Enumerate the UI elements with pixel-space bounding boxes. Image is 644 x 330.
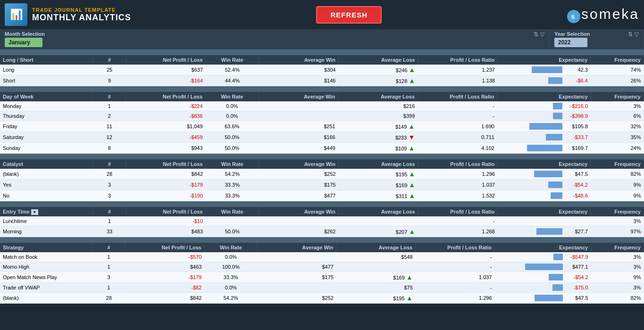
table-row: Thursday2-$8360.0%$399--$398.96% (0, 111, 644, 121)
cell-label-catalyst-1: Yes (0, 180, 93, 190)
brand-circle: s (567, 10, 580, 23)
col-header-entry_time-3: Win Rate (206, 207, 259, 216)
table-row: No3-$19033.3%$477$311 ▲1.532-$48.69% (0, 190, 644, 201)
cell-expectancy-day_of_week-2: $105.8 (497, 121, 591, 132)
cell-freq-strategy-3: 3% (591, 283, 644, 293)
section-divider-day_of_week (0, 86, 644, 92)
expectancy-value: $169.7 (564, 145, 588, 151)
header-text: TRADE JOURNAL TEMPLATE MONTHLY ANALYTICS (32, 7, 131, 23)
entry-time-label: Entry Time (3, 209, 30, 214)
expectancy-bar (536, 228, 562, 235)
col-header-strategy-1: # (92, 243, 125, 252)
refresh-button[interactable]: REFRESH (316, 6, 382, 24)
section-divider-catalyst (0, 154, 644, 159)
cell-avgwin-catalyst-1: $175 (259, 180, 339, 190)
cell-freq-entry_time-0: 3% (591, 216, 644, 226)
cell-winrate-day_of_week-3: 50.0% (206, 132, 259, 143)
arrow-up-icon: ▲ (409, 192, 415, 199)
cell-winrate-catalyst-0: 54.2% (206, 169, 259, 180)
cell-freq-catalyst-1: 9% (591, 180, 644, 190)
year-filter-icons: ⇅ ▽ (628, 31, 639, 38)
cell-net-strategy-4: $842 (125, 293, 205, 304)
cell-label-strategy-3: Trade off VWAP (0, 283, 92, 293)
cell-avgwin-day_of_week-1 (259, 111, 338, 121)
month-sort-icon[interactable]: ⇅ (534, 31, 538, 38)
cell-num-strategy-3: 1 (92, 283, 125, 293)
arrow-up-icon: ▲ (409, 181, 415, 189)
header-subtitle: TRADE JOURNAL TEMPLATE (32, 7, 131, 13)
expectancy-bar (553, 254, 563, 260)
cell-avgwin-day_of_week-4: $449 (259, 143, 338, 154)
cell-expectancy-strategy-1: $477.1 (495, 262, 591, 272)
entry-time-dropdown[interactable]: ▼ (31, 209, 38, 215)
col-header-catalyst-2: Net Profit / Loss (126, 159, 206, 169)
expectancy-value: -$33.7 (564, 134, 588, 140)
cell-expectancy-entry_time-0 (498, 216, 591, 226)
cell-expectancy-day_of_week-0: -$216.0 (497, 101, 591, 111)
main-content: Long / Short#Net Profit / LossWin RateAv… (0, 50, 644, 304)
cell-avgwin-strategy-1: $477 (257, 262, 336, 272)
cell-label-catalyst-2: No (0, 190, 93, 201)
cell-avgloss-day_of_week-2: $149 ▲ (338, 121, 418, 132)
cell-winrate-day_of_week-2: 63.6% (206, 121, 259, 132)
expectancy-bar (549, 274, 563, 280)
expectancy-value: -$75.0 (565, 285, 588, 290)
expectancy-bar (527, 145, 562, 151)
cell-expectancy-long_short-0: 42.3 (498, 65, 591, 75)
col-header-strategy-6: Profit / Loss Ratio (416, 243, 495, 252)
year-sort-icon[interactable]: ⇅ (628, 31, 633, 38)
expectancy-bar (529, 123, 562, 130)
cell-label-strategy-4: (blank) (0, 293, 92, 304)
cell-avgwin-strategy-0 (257, 252, 336, 262)
table-row: (blank)28$84254.2%$252$195 ▲1.296$47.582… (0, 169, 644, 180)
col-header-day_of_week-3: Win Rate (206, 92, 259, 101)
cell-winrate-long_short-0: 52.4% (206, 65, 259, 75)
col-header-entry_time-4: Average Win (259, 207, 339, 216)
cell-winrate-catalyst-1: 33.3% (206, 180, 259, 190)
table-row: Lunchtime1-$10-3% (0, 216, 644, 226)
expectancy-value: -$216.0 (564, 103, 588, 109)
cell-ratio-strategy-2: 1.037 (416, 272, 495, 283)
cell-num-entry_time-1: 33 (93, 226, 126, 237)
cell-avgloss-day_of_week-4: $109 ▲ (338, 143, 418, 154)
expectancy-bar (553, 103, 562, 109)
cell-avgloss-entry_time-0 (338, 216, 418, 226)
expectancy-bar (532, 66, 562, 73)
cell-expectancy-strategy-4: $47.5 (495, 293, 591, 304)
cell-winrate-day_of_week-1: 0.0% (206, 111, 259, 121)
table-row: (blank)28$84254.2%$252$195 ▲1.296$47.582… (0, 293, 644, 304)
table-row: Match on Book1-$5700.0%$548--$547.93% (0, 252, 644, 262)
cell-num-day_of_week-0: 1 (93, 101, 126, 111)
cell-avgloss-strategy-2: $169 ▲ (336, 272, 416, 283)
cell-avgwin-day_of_week-3: $166 (259, 132, 338, 143)
cell-avgloss-long_short-1: $128 ▲ (338, 75, 418, 86)
col-header-day_of_week-1: # (93, 92, 126, 101)
cell-avgwin-catalyst-2: $477 (259, 190, 339, 201)
cell-expectancy-strategy-2: -$54.2 (495, 272, 591, 283)
header-left: 📊 TRADE JOURNAL TEMPLATE MONTHLY ANALYTI… (5, 3, 131, 26)
cell-net-day_of_week-4: $943 (126, 143, 206, 154)
year-filter-input[interactable] (554, 38, 587, 47)
cell-expectancy-entry_time-1: $27.7 (498, 226, 591, 237)
table-row: Morning33$48350.0%$262$207 ▲1.268$27.797… (0, 226, 644, 237)
col-header-day_of_week-4: Average Win (259, 92, 338, 101)
year-filter-icon[interactable]: ▽ (635, 31, 639, 38)
expectancy-value: -$54.2 (565, 274, 588, 280)
col-header-entry_time-2: Net Profit / Loss (126, 207, 206, 216)
month-filter-icon[interactable]: ▽ (540, 31, 544, 38)
table-row: Monday1-$2240.0%$216--$216.03% (0, 101, 644, 111)
cell-avgloss-entry_time-1: $207 ▲ (338, 226, 418, 237)
col-header-catalyst-4: Average Win (259, 159, 339, 169)
expectancy-value: -$48.6 (564, 193, 588, 198)
cell-num-long_short-0: 25 (93, 65, 126, 75)
col-header-catalyst-3: Win Rate (206, 159, 259, 169)
col-header-strategy-7: Expectancy (495, 243, 591, 252)
arrow-up-icon: ▲ (409, 228, 415, 235)
cell-ratio-catalyst-1: 1.037 (418, 180, 498, 190)
cell-ratio-catalyst-2: 1.532 (418, 190, 498, 201)
month-filter-input[interactable] (5, 38, 42, 47)
cell-expectancy-day_of_week-3: -$33.7 (497, 132, 591, 143)
cell-avgloss-long_short-0: $246 ▲ (338, 65, 418, 75)
cell-freq-long_short-0: 74% (591, 65, 644, 75)
arrow-up-icon: ▲ (408, 123, 415, 130)
